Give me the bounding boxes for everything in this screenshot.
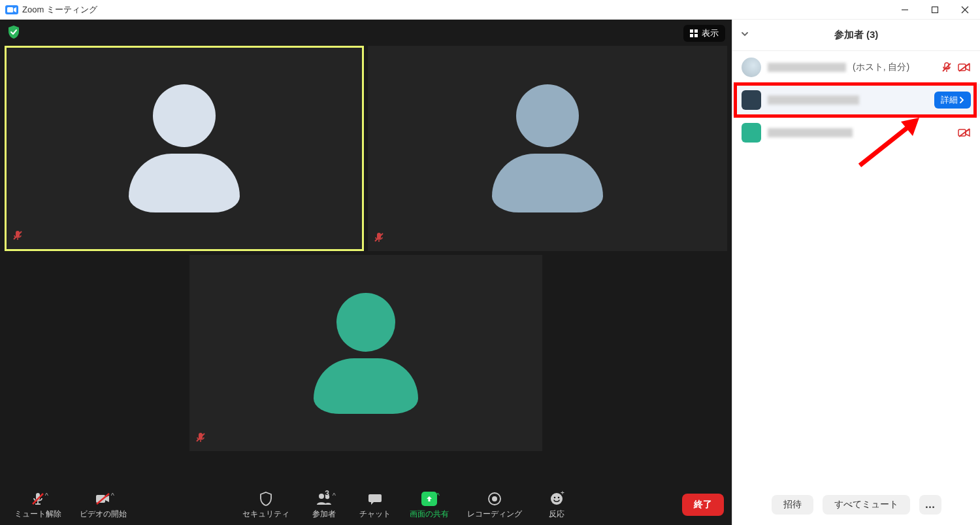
video-tile[interactable] <box>368 46 727 251</box>
share-screen-icon <box>421 492 437 506</box>
participants-icon <box>315 491 333 507</box>
participant-name <box>768 128 853 137</box>
video-tile[interactable] <box>5 46 364 251</box>
zoom-logo-icon <box>5 5 18 14</box>
chevron-up-icon[interactable]: ^ <box>436 492 440 500</box>
svg-point-30 <box>558 496 560 498</box>
meeting-toolbar: ^ ミュート解除 ^ ビデオの開始 <box>0 484 732 525</box>
participant-name <box>768 95 859 105</box>
reactions-button[interactable]: + 反応 <box>534 488 580 522</box>
svg-text:+: + <box>561 491 564 496</box>
avatar-icon <box>314 293 418 414</box>
participant-row[interactable]: (ホスト, 自分) <box>732 51 980 84</box>
camera-off-icon <box>958 127 971 138</box>
participant-detail-button[interactable]: 詳細 <box>934 92 971 109</box>
mic-muted-icon <box>941 61 953 73</box>
mute-all-button[interactable]: すべてミュート <box>823 495 910 515</box>
participant-meta: (ホスト, 自分) <box>853 61 909 73</box>
panel-footer: 招待 すべてミュート … <box>732 488 980 525</box>
svg-rect-0 <box>7 7 13 12</box>
panel-header: 参加者 (3) <box>732 20 980 51</box>
video-tile[interactable] <box>189 255 542 451</box>
shield-icon <box>259 491 273 507</box>
mic-muted-icon <box>195 432 206 446</box>
window-maximize-button[interactable] <box>920 0 950 20</box>
camera-off-icon <box>958 62 971 73</box>
smile-icon: + <box>549 491 564 507</box>
more-options-button[interactable]: … <box>919 495 941 515</box>
chat-icon <box>367 491 383 507</box>
view-button-label: 表示 <box>702 27 719 39</box>
avatar-icon <box>129 84 240 212</box>
svg-rect-7 <box>690 34 693 37</box>
camera-off-icon <box>95 491 112 507</box>
participants-count-badge: 3 <box>325 489 329 498</box>
avatar <box>742 123 761 143</box>
panel-title: 参加者 (3) <box>834 29 879 41</box>
svg-rect-8 <box>694 34 698 37</box>
participants-panel: 参加者 (3) (ホスト, 自分) <box>732 20 980 525</box>
avatar <box>742 90 761 110</box>
window-close-button[interactable] <box>950 0 980 20</box>
chevron-up-icon[interactable]: ^ <box>111 492 114 500</box>
record-button[interactable]: レコーディング <box>461 488 529 522</box>
chat-button[interactable]: チャット <box>352 488 398 522</box>
svg-point-27 <box>492 496 497 501</box>
share-screen-button[interactable]: ^ 画面の共有 <box>403 488 455 522</box>
participants-button[interactable]: 3 ^ 参加者 <box>301 488 347 522</box>
window-title: Zoom ミーティング <box>22 4 97 16</box>
encryption-shield-icon[interactable] <box>7 25 21 39</box>
chevron-right-icon <box>959 97 964 103</box>
record-icon <box>487 491 502 507</box>
invite-button[interactable]: 招待 <box>772 495 813 515</box>
participant-row[interactable] <box>732 116 980 149</box>
microphone-muted-icon <box>30 491 46 507</box>
mic-muted-icon <box>12 229 24 244</box>
mic-muted-icon <box>373 231 385 246</box>
chevron-up-icon[interactable]: ^ <box>333 492 336 500</box>
svg-rect-5 <box>690 29 693 33</box>
avatar <box>742 58 761 77</box>
window-minimize-button[interactable] <box>890 0 920 20</box>
svg-point-29 <box>554 496 556 498</box>
titlebar: Zoom ミーティング <box>0 0 980 20</box>
avatar-icon <box>492 84 603 212</box>
svg-rect-2 <box>932 7 938 12</box>
svg-point-24 <box>319 494 324 499</box>
chevron-down-icon[interactable] <box>740 29 749 41</box>
security-button[interactable]: セキュリティ <box>236 488 296 522</box>
chevron-up-icon[interactable]: ^ <box>45 492 48 500</box>
video-button[interactable]: ^ ビデオの開始 <box>73 488 133 522</box>
participant-row[interactable]: 詳細 <box>732 84 980 116</box>
mute-button[interactable]: ^ ミュート解除 <box>8 488 68 522</box>
svg-rect-6 <box>694 29 698 33</box>
meeting-area: 表示 <box>0 20 732 525</box>
participant-name <box>768 63 846 72</box>
grid-icon <box>690 29 698 37</box>
end-meeting-button[interactable]: 終了 <box>682 494 724 516</box>
view-button[interactable]: 表示 <box>683 25 725 42</box>
